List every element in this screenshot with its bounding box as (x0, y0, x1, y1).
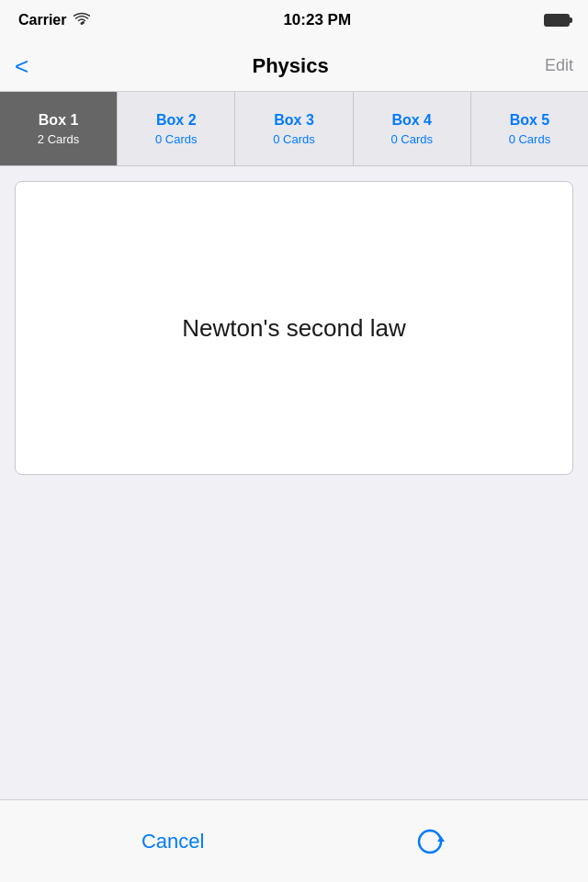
box-tab-5[interactable]: Box 50 Cards (471, 92, 588, 165)
box-tab-count-4: 0 Cards (390, 132, 433, 146)
status-left: Carrier (18, 12, 90, 28)
status-right (544, 14, 570, 27)
battery-icon (544, 14, 570, 27)
box-tab-2[interactable]: Box 20 Cards (118, 92, 235, 165)
box-tab-name-2: Box 2 (156, 112, 197, 129)
back-button[interactable]: < (15, 51, 36, 82)
box-tab-name-5: Box 5 (510, 112, 550, 129)
edit-button[interactable]: Edit (545, 56, 573, 75)
svg-marker-1 (437, 836, 445, 842)
wifi-icon (74, 12, 90, 28)
page-title: Physics (252, 54, 328, 78)
box-tab-count-5: 0 Cards (509, 132, 551, 146)
box-tab-3[interactable]: Box 30 Cards (235, 92, 353, 165)
box-tabs: Box 12 CardsBox 20 CardsBox 30 CardsBox … (0, 92, 588, 166)
box-tab-4[interactable]: Box 40 Cards (354, 92, 471, 165)
card-area: Newton's second law (0, 166, 588, 501)
box-tab-name-3: Box 3 (274, 112, 314, 129)
nav-bar: < Physics Edit (0, 40, 588, 92)
box-tab-name-1: Box 1 (39, 112, 79, 129)
carrier-label: Carrier (18, 12, 66, 28)
bottom-bar: Cancel (0, 799, 588, 882)
refresh-icon (413, 825, 447, 858)
box-tab-1[interactable]: Box 12 Cards (0, 92, 118, 165)
svg-point-0 (81, 22, 84, 25)
box-tab-name-4: Box 4 (391, 112, 432, 129)
flashcard[interactable]: Newton's second law (15, 181, 573, 475)
status-bar: Carrier 10:23 PM (0, 0, 588, 40)
box-tab-count-3: 0 Cards (273, 132, 315, 146)
box-tab-count-2: 0 Cards (155, 132, 198, 146)
refresh-button[interactable] (413, 825, 447, 858)
box-tab-count-1: 2 Cards (38, 132, 80, 146)
cancel-button[interactable]: Cancel (141, 830, 204, 854)
flashcard-text: Newton's second law (160, 292, 427, 365)
status-time: 10:23 PM (283, 11, 351, 29)
